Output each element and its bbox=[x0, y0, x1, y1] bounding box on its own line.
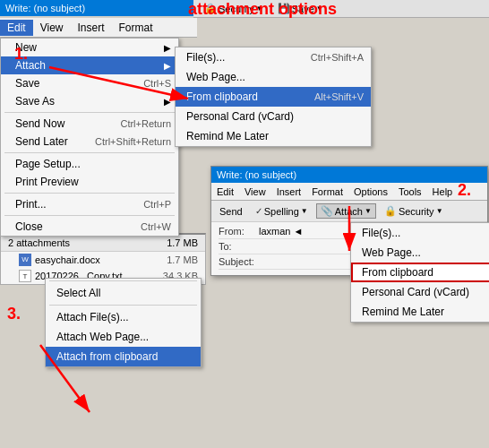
submenu-arrow: ▶ bbox=[164, 43, 171, 53]
attach-count: 2 attachments bbox=[8, 237, 70, 248]
checkmark-icon: ✓ bbox=[255, 206, 262, 216]
second-send-btn[interactable]: Send bbox=[215, 204, 247, 219]
txt-icon: T bbox=[19, 270, 31, 282]
menu-item-format[interactable]: Format bbox=[112, 20, 160, 36]
second-security-label: Security bbox=[399, 206, 434, 217]
second-menu-view[interactable]: View bbox=[239, 185, 271, 199]
attach-file-1[interactable]: W easychair.docx 1.7 MB bbox=[1, 252, 205, 268]
dropdown-saveas[interactable]: Save As ▶ bbox=[1, 92, 178, 110]
second-menu-help[interactable]: Help bbox=[427, 185, 459, 199]
second-security-btn[interactable]: 🔒 Security ▼ bbox=[380, 203, 448, 219]
attach2-personalcard[interactable]: Personal Card (vCard) bbox=[351, 282, 489, 302]
second-menu-options[interactable]: Options bbox=[348, 185, 393, 199]
second-spelling-btn[interactable]: ✓ Spelling ▼ bbox=[251, 204, 313, 219]
second-menu-edit[interactable]: Edit bbox=[211, 185, 239, 199]
dropdown-printpreview-label: Print Preview bbox=[15, 176, 79, 188]
attach-filesize-1: 1.7 MB bbox=[167, 254, 198, 265]
attach2-webpage[interactable]: Web Page... bbox=[351, 243, 489, 263]
attach-context-menu: Select All Attach File(s)... Attach Web … bbox=[45, 278, 202, 367]
dropdown-sep4 bbox=[4, 215, 175, 216]
dropdown-sep3 bbox=[4, 193, 175, 194]
attach-fromclipboard[interactable]: From clipboard Alt+Shift+V bbox=[176, 87, 371, 107]
attach2-files[interactable]: File(s)... bbox=[351, 223, 489, 243]
attach-files-label: File(s)... bbox=[186, 51, 225, 64]
from-value: laxman ◄ bbox=[259, 226, 303, 237]
attachments-header: 2 attachments 1.7 MB bbox=[1, 235, 205, 252]
from-label: From: bbox=[219, 226, 259, 237]
dropdown-saveas-label: Save As bbox=[15, 95, 55, 108]
edit-dropdown: New ▶ Attach ▶ Save Ctrl+S Save As ▶ Sen… bbox=[0, 38, 179, 237]
submenu-arrow: ▶ bbox=[164, 97, 171, 107]
attach-size-total: 1.7 MB bbox=[167, 237, 198, 248]
main-menu-bar: Edit View Insert Format bbox=[0, 18, 197, 38]
doc-icon: W bbox=[19, 254, 31, 266]
dropdown-sep1 bbox=[4, 112, 175, 113]
dropdown-pagesetup-label: Page Setup... bbox=[15, 158, 81, 170]
dropdown-sendlater-label: Send Later bbox=[15, 135, 68, 148]
subject-label: Subject: bbox=[219, 256, 259, 267]
attach-webpage[interactable]: Web Page... bbox=[176, 67, 371, 87]
attach-dropdown-2: File(s)... Web Page... From clipboard Pe… bbox=[350, 222, 489, 323]
dropdown-print-label: Print... bbox=[15, 198, 47, 211]
attach2-remindme[interactable]: Remind Me Later bbox=[351, 302, 489, 322]
menu-item-edit[interactable]: Edit bbox=[0, 20, 33, 36]
dropdown-sendlater[interactable]: Send Later Ctrl+Shift+Return bbox=[1, 133, 178, 151]
attach-filename-1: easychair.docx bbox=[35, 254, 163, 265]
attach-remindme[interactable]: Remind Me Later bbox=[176, 126, 371, 146]
second-toolbar: Send ✓ Spelling ▼ 📎 Attach ▼ 🔒 Security … bbox=[211, 201, 487, 222]
annotation-title: attachment options bbox=[188, 0, 337, 19]
dropdown-close[interactable]: Close Ctrl+W bbox=[1, 218, 178, 236]
context-attachwebpage[interactable]: Attach Web Page... bbox=[46, 327, 201, 347]
second-menu-bar: Edit View Insert Format Options Tools He… bbox=[211, 183, 487, 201]
second-menu-tools[interactable]: Tools bbox=[393, 185, 427, 199]
attach-fromclipboard-label: From clipboard bbox=[186, 90, 258, 103]
dropdown-print[interactable]: Print... Ctrl+P bbox=[1, 195, 178, 213]
label-3: 3. bbox=[7, 305, 21, 323]
dropdown-close-shortcut: Ctrl+W bbox=[141, 221, 171, 232]
security-arrow2: ▼ bbox=[436, 207, 443, 215]
second-attach-btn[interactable]: 📎 Attach ▼ bbox=[316, 203, 376, 219]
context-attachclipboard[interactable]: Attach from clipboard bbox=[46, 347, 201, 366]
dropdown-close-label: Close bbox=[15, 220, 43, 233]
attach-personalcard[interactable]: Personal Card (vCard) bbox=[176, 107, 371, 126]
second-window: Write: (no subject) Edit View Insert For… bbox=[210, 166, 488, 276]
dropdown-save-shortcut: Ctrl+S bbox=[143, 78, 171, 89]
attach-arrow: ▼ bbox=[365, 207, 372, 215]
attach-fromclipboard-shortcut: Alt+Shift+V bbox=[314, 91, 364, 102]
dropdown-pagesetup[interactable]: Page Setup... bbox=[1, 155, 178, 173]
dropdown-save-label: Save bbox=[15, 77, 39, 90]
dropdown-printpreview[interactable]: Print Preview bbox=[1, 173, 178, 191]
second-send-label: Send bbox=[219, 206, 243, 217]
attach-submenu: File(s)... Ctrl+Shift+A Web Page... From… bbox=[175, 47, 372, 147]
second-menu-insert[interactable]: Insert bbox=[271, 185, 307, 199]
attach2-fromclipboard[interactable]: From clipboard bbox=[351, 263, 489, 282]
spelling-arrow: ▼ bbox=[301, 207, 308, 215]
second-spelling-label: Spelling bbox=[264, 206, 299, 217]
context-sep2 bbox=[49, 305, 197, 306]
attach-files[interactable]: File(s)... Ctrl+Shift+A bbox=[176, 47, 371, 67]
dropdown-sendnow-shortcut: Ctrl+Return bbox=[120, 118, 171, 129]
second-menu-format[interactable]: Format bbox=[306, 185, 348, 199]
menu-item-insert[interactable]: Insert bbox=[70, 20, 111, 36]
label-2: 2. bbox=[458, 181, 471, 200]
context-sep1 bbox=[49, 280, 197, 281]
menu-item-view[interactable]: View bbox=[33, 20, 71, 36]
context-attachfile[interactable]: Attach File(s)... bbox=[46, 307, 201, 327]
to-label: To: bbox=[219, 241, 259, 252]
attach-remindme-label: Remind Me Later bbox=[186, 130, 269, 142]
second-attach-label: Attach bbox=[335, 206, 363, 217]
label-1: 1. bbox=[14, 45, 28, 64]
dropdown-sendnow-label: Send Now bbox=[15, 117, 64, 130]
attach-personalcard-label: Personal Card (vCard) bbox=[186, 110, 294, 123]
second-window-title: Write: (no subject) bbox=[211, 167, 487, 183]
dropdown-sendlater-shortcut: Ctrl+Shift+Return bbox=[95, 136, 171, 147]
context-selectall[interactable]: Select All bbox=[46, 283, 201, 303]
attach-webpage-label: Web Page... bbox=[186, 71, 245, 83]
dropdown-sendnow[interactable]: Send Now Ctrl+Return bbox=[1, 115, 178, 133]
dropdown-sep2 bbox=[4, 152, 175, 153]
dropdown-print-shortcut: Ctrl+P bbox=[143, 199, 171, 210]
dropdown-save[interactable]: Save Ctrl+S bbox=[1, 74, 178, 92]
submenu-arrow: ▶ bbox=[164, 61, 171, 71]
main-window-title: Write: (no subject) bbox=[0, 0, 197, 16]
attach-files-shortcut: Ctrl+Shift+A bbox=[311, 52, 364, 63]
